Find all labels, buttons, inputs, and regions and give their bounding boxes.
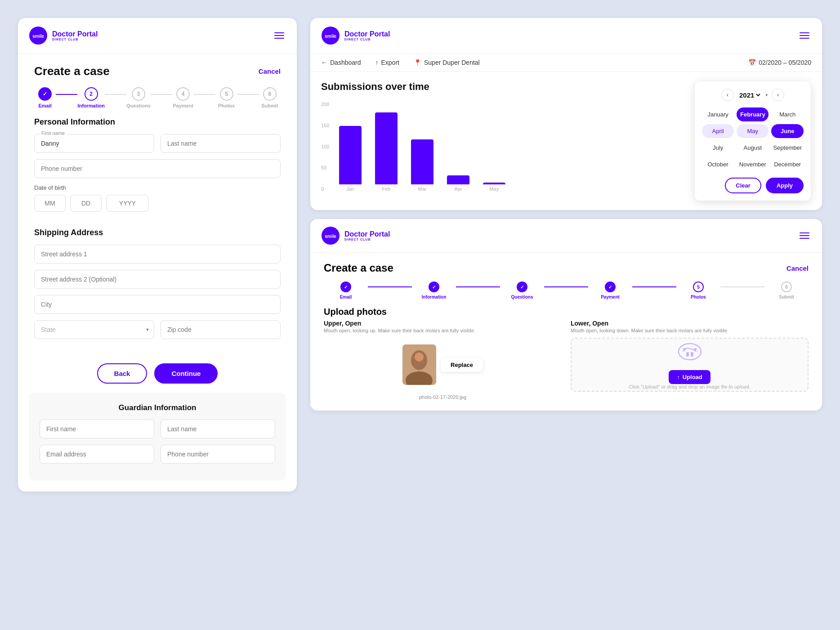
dob-dd-input[interactable]: [70, 195, 102, 212]
continue-button[interactable]: Continue: [154, 363, 218, 384]
dp-month-jul[interactable]: July: [702, 141, 734, 155]
bar-mar-label: Mar: [418, 186, 427, 192]
svg-rect-12: [691, 352, 693, 357]
dp-prev-btn[interactable]: ‹: [721, 89, 734, 101]
photos-step-label-payment: Payment: [601, 295, 620, 299]
upload-button-label: Upload: [683, 374, 702, 380]
dp-month-oct[interactable]: October: [702, 157, 734, 171]
chart-y-labels: 200 150 100 50 0: [321, 102, 329, 192]
chart-container: 200 150 100 50 0 Jan Feb: [321, 102, 685, 192]
replace-photo-button[interactable]: Replace: [441, 358, 483, 372]
bar-apr-label: Apr: [454, 186, 462, 192]
guardian-email-input[interactable]: [40, 445, 154, 464]
svg-point-10: [679, 344, 701, 360]
svg-text:smile: smile: [32, 34, 44, 39]
first-name-input[interactable]: [34, 134, 154, 153]
dp-month-may[interactable]: May: [737, 124, 769, 138]
export-button[interactable]: ↑ Export: [375, 59, 399, 66]
photos-step-circle-photos: 5: [693, 281, 704, 292]
dp-actions: Clear Apply: [702, 178, 804, 193]
upload-columns: Upper, Open Mouth open, looking up. Make…: [324, 320, 809, 400]
state-select-wrap: State ALAKAZCA COFLGANY TX ▾: [34, 320, 154, 339]
step-line-2: [105, 94, 126, 95]
photos-step-circle-email: ✓: [340, 281, 351, 292]
guardian-first-name-input[interactable]: [40, 420, 154, 438]
menu-icon[interactable]: [273, 31, 286, 40]
smile-logo-icon: smile: [29, 26, 48, 45]
photos-step-submit: 6 Submit: [764, 281, 809, 299]
photos-step-label-submit: Submit: [779, 295, 794, 299]
photos-header: smile Doctor Portal DIRECT CLUB: [310, 219, 822, 253]
step-label-payment: Payment: [173, 103, 193, 108]
dp-month-jan[interactable]: January: [702, 107, 734, 121]
bar-feb-bar: [375, 112, 398, 184]
first-name-field: First name: [34, 134, 154, 153]
bar-may: May: [483, 183, 505, 192]
step-circle-submit: 6: [263, 87, 277, 101]
step-circle-photos: 5: [220, 87, 233, 101]
bar-apr: Apr: [447, 175, 469, 192]
dp-month-dec[interactable]: December: [771, 157, 804, 171]
step-label-photos: Photos: [218, 103, 235, 108]
guardian-name-row: [40, 420, 275, 438]
dp-month-feb[interactable]: February: [737, 107, 769, 121]
state-select[interactable]: State ALAKAZCA COFLGANY TX: [34, 320, 154, 339]
street1-input[interactable]: [34, 245, 281, 264]
dp-apply-button[interactable]: Apply: [766, 178, 804, 193]
guardian-phone-input[interactable]: [161, 445, 275, 464]
phone-input[interactable]: [34, 159, 281, 178]
photos-stepper: ✓ Email ✓ Information ✓ Questions ✓ Paym…: [310, 274, 822, 307]
dp-month-jun[interactable]: June: [771, 124, 804, 138]
upload-title: Upload photos: [324, 307, 809, 317]
upper-open-desc: Mouth open, looking up. Make sure their …: [324, 328, 562, 333]
step-line-1: [56, 94, 77, 95]
back-arrow-icon: ←: [321, 59, 327, 66]
bar-apr-bar: [447, 175, 469, 184]
bar-may-label: May: [490, 186, 499, 192]
dob-mm-input[interactable]: [34, 195, 66, 212]
svg-point-9: [415, 353, 424, 362]
lower-open-col: Lower, Open Mouth open, looking down. Ma…: [571, 320, 809, 400]
back-button[interactable]: Back: [97, 363, 147, 384]
photos-step-line-3: [544, 286, 588, 287]
dp-month-aug[interactable]: August: [737, 141, 769, 155]
photos-menu-icon[interactable]: [798, 231, 811, 241]
export-icon: ↑: [375, 59, 379, 66]
dp-month-sep[interactable]: September: [771, 141, 804, 155]
photos-step-payment: ✓ Payment: [588, 281, 632, 299]
last-name-input[interactable]: [161, 134, 281, 153]
photos-cancel-button[interactable]: Cancel: [786, 264, 809, 272]
lower-open-placeholder-icon: [676, 340, 703, 366]
photos-portal-title: Doctor Portal: [344, 231, 390, 238]
submissions-header: smile Doctor Portal DIRECT CLUB: [310, 18, 822, 54]
submissions-content: Submissions over time 200 150 100 50 0 J…: [310, 72, 822, 210]
cancel-button[interactable]: Cancel: [259, 67, 281, 75]
step-payment: 4 Payment: [172, 87, 194, 108]
city-input[interactable]: [34, 295, 281, 314]
dp-clear-button[interactable]: Clear: [725, 178, 761, 193]
first-name-label: First name: [40, 130, 67, 136]
lower-open-upload-box[interactable]: ↑ Upload Click "Upload" or drag and drop…: [571, 338, 809, 392]
submissions-menu-icon[interactable]: [798, 31, 811, 40]
dp-month-nov[interactable]: November: [737, 157, 769, 171]
create-case-header: Create a case Cancel: [18, 54, 297, 78]
dob-dd-field: [70, 195, 102, 212]
upload-photo-button[interactable]: ↑ Upload: [669, 370, 710, 384]
dob-yyyy-input[interactable]: [106, 195, 149, 212]
photos-create-header: Create a case Cancel: [310, 253, 822, 274]
dashboard-link[interactable]: ← Dashboard: [321, 59, 361, 66]
step-questions: 3 Questions: [126, 87, 151, 108]
dp-year-select[interactable]: 2021 2020 2022: [737, 91, 762, 99]
dp-month-mar[interactable]: March: [771, 107, 804, 121]
dp-next-btn[interactable]: ›: [772, 89, 784, 101]
street2-input[interactable]: [34, 270, 281, 289]
dp-month-apr[interactable]: April: [702, 124, 734, 138]
calendar-icon: 📅: [748, 59, 756, 66]
guardian-last-name-input[interactable]: [161, 420, 275, 438]
zip-input[interactable]: [161, 320, 281, 339]
svg-text:smile: smile: [325, 34, 336, 39]
shipping-section: Shipping Address State ALAKAZCA COFLGANY…: [18, 228, 297, 354]
svg-text:smile: smile: [325, 234, 336, 239]
upper-open-upload-box: Replace: [324, 338, 562, 392]
photos-step-line-4: [632, 286, 676, 287]
